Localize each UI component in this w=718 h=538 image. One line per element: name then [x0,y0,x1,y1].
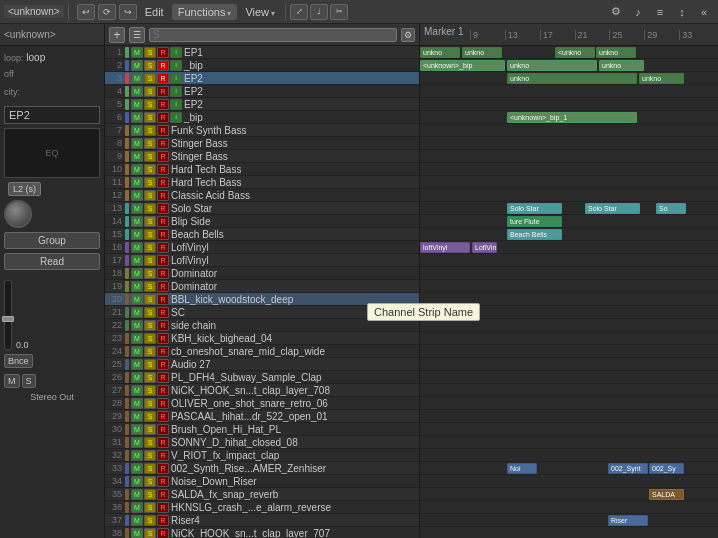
rec-button[interactable]: R [157,86,169,97]
list-view-button[interactable]: ☰ [129,27,145,43]
mute-button[interactable]: M [131,424,143,435]
track-row[interactable]: 27 M S R NiCK_HOOK_sn...t_clap_layer_708 [105,384,419,397]
instrument-button[interactable]: I [170,112,182,123]
tool-btn[interactable]: ✂ [330,4,348,20]
mute-button[interactable]: M [131,385,143,396]
arrangement-block[interactable]: unkno [639,73,684,84]
solo-button[interactable]: S [144,138,156,149]
arrangement-block[interactable]: Noi [507,463,537,474]
mute-button[interactable]: M [131,47,143,58]
solo-button[interactable]: S [144,255,156,266]
solo-button[interactable]: S [144,151,156,162]
solo-button[interactable]: S [144,463,156,474]
search-input[interactable] [149,28,397,42]
track-row[interactable]: 7 M S R Funk Synth Bass [105,124,419,137]
rec-button[interactable]: R [157,112,169,123]
track-row[interactable]: 31 M S R SONNY_D_hihat_closed_08 [105,436,419,449]
mute-button[interactable]: M [131,216,143,227]
s-button[interactable]: S [22,374,36,388]
track-row[interactable]: 18 M S R Dominator [105,267,419,280]
track-row[interactable]: 29 M S R PASCAAL_hihat...dr_522_open_01 [105,410,419,423]
arrangement-block[interactable]: unkno [599,60,644,71]
settings-button[interactable]: ⚙ [401,28,415,42]
track-row[interactable]: 38 M S R NiCK_HOOK_sn...t_clap_layer_707 [105,527,419,538]
mute-button[interactable]: M [131,411,143,422]
speaker-icon[interactable]: ♪ [628,4,648,20]
transport-back[interactable]: ↩ [77,4,95,20]
track-row[interactable]: 25 M S R Audio 27 [105,358,419,371]
rec-button[interactable]: R [157,359,169,370]
mute-button[interactable]: M [131,60,143,71]
solo-button[interactable]: S [144,190,156,201]
arrangement-block[interactable]: Riser [608,515,648,526]
track-row[interactable]: 16 M S R LofiVinyl [105,241,419,254]
mute-button[interactable]: M [131,476,143,487]
track-row[interactable]: 4 M S R I EP2 [105,85,419,98]
mute-button[interactable]: M [131,268,143,279]
solo-button[interactable]: S [144,359,156,370]
rec-button[interactable]: R [157,281,169,292]
rec-button[interactable]: R [157,450,169,461]
channel-knob[interactable] [4,200,32,228]
mute-button[interactable]: M [131,294,143,305]
m-button[interactable]: M [4,374,20,388]
mute-button[interactable]: M [131,125,143,136]
track-row[interactable]: 17 M S R LofiVinyl [105,254,419,267]
mute-button[interactable]: M [131,307,143,318]
mute-button[interactable]: M [131,242,143,253]
mute-button[interactable]: M [131,320,143,331]
track-row[interactable]: 12 M S R Classic Acid Bass [105,189,419,202]
track-row[interactable]: 35 M S R SALDA_fx_snap_reverb [105,488,419,501]
rec-button[interactable]: R [157,346,169,357]
arrangement-block[interactable]: ture Flute [507,216,562,227]
arrangement-block[interactable]: loftVinyl [420,242,470,253]
arrangement-block[interactable]: unkno [507,73,637,84]
arrangement-block[interactable]: unkno [420,47,460,58]
track-row[interactable]: 9 M S R Stinger Bass [105,150,419,163]
arrangement-block[interactable]: Solo Star [585,203,640,214]
arrangement-block[interactable]: unkno [462,47,502,58]
solo-button[interactable]: S [144,515,156,526]
instrument-button[interactable]: I [170,47,182,58]
instrument-button[interactable]: I [170,99,182,110]
mute-button[interactable]: M [131,450,143,461]
mute-button[interactable]: M [131,489,143,500]
transport-cycle[interactable]: ⟳ [98,4,116,20]
mute-button[interactable]: M [131,164,143,175]
track-row[interactable]: 1 M S R I EP1 [105,46,419,59]
solo-button[interactable]: S [144,73,156,84]
solo-button[interactable]: S [144,164,156,175]
rec-button[interactable]: R [157,242,169,253]
solo-button[interactable]: S [144,385,156,396]
rec-button[interactable]: R [157,255,169,266]
mute-button[interactable]: M [131,255,143,266]
rec-button[interactable]: R [157,125,169,136]
gear-icon[interactable]: ⚙ [606,4,626,20]
mute-button[interactable]: M [131,203,143,214]
track-row[interactable]: 2 M S R I _bip [105,59,419,72]
track-row[interactable]: 34 M S R Noise_Down_Riser [105,475,419,488]
mute-button[interactable]: M [131,112,143,123]
solo-button[interactable]: S [144,333,156,344]
rec-button[interactable]: R [157,47,169,58]
arrow-icon[interactable]: ↕ [672,4,692,20]
track-row[interactable]: 21 M S R SC [105,306,419,319]
track-row[interactable]: 28 M S R OLIVER_one_shot_snare_retro_06 [105,397,419,410]
back-icon[interactable]: « [694,4,714,20]
solo-button[interactable]: S [144,502,156,513]
arrangement-block[interactable]: Solo Star [507,203,562,214]
solo-button[interactable]: S [144,281,156,292]
solo-button[interactable]: S [144,112,156,123]
mute-button[interactable]: M [131,515,143,526]
solo-button[interactable]: S [144,528,156,539]
rec-button[interactable]: R [157,138,169,149]
rec-button[interactable]: R [157,203,169,214]
track-row[interactable]: 8 M S R Stinger Bass [105,137,419,150]
mute-button[interactable]: M [131,437,143,448]
solo-button[interactable]: S [144,99,156,110]
track-row[interactable]: 3 M S R I EP2 [105,72,419,85]
track-row[interactable]: 14 M S R Blip Side [105,215,419,228]
rec-button[interactable]: R [157,489,169,500]
rec-button[interactable]: R [157,333,169,344]
solo-button[interactable]: S [144,346,156,357]
